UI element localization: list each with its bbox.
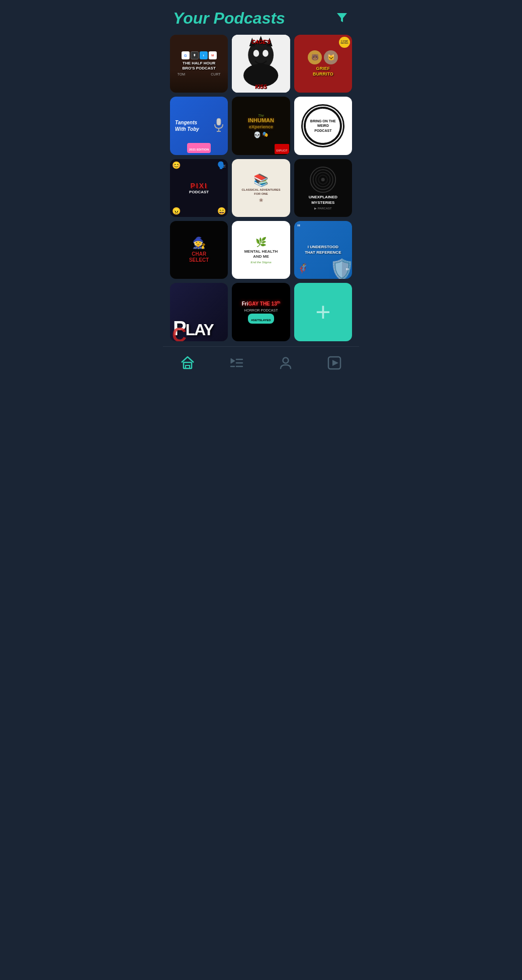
svg-point-17 [321,178,325,181]
podcast-card-bring-on-the-weird[interactable]: BRING ON THEWEIRDPODCAST [294,97,352,155]
podcast-card-cages-kiss[interactable]: CAGE'S KISS [232,35,290,93]
podcast-card-pixi[interactable]: 😊 🗣️ 😠 😄 PIXI PODCAST [170,159,228,217]
podcast-card-mental-health[interactable]: 🌿 MENTAL HEALTHAND ME End the Stigma [232,221,290,279]
podcast-card-play[interactable]: PLAY C [170,283,228,341]
svg-marker-0 [337,13,347,22]
svg-point-7 [253,50,259,57]
podcast-card-grief-burrito[interactable]: 5 STARRATING 🐻 🐱 GRIEFBURRITO [294,35,352,93]
svg-point-25 [283,357,288,363]
podcast-grid: G 🎙 t M THE HALF HOURBRO'S PODCAST TOM C… [170,35,352,341]
page-header: Your Podcasts [163,0,359,35]
profile-icon [278,355,293,370]
nav-queue[interactable] [224,353,249,373]
podcast-card-unexplained-mysteries[interactable]: UNEXPLAINEDMYSTERIES ▶ PARCAST [294,159,352,217]
nav-home[interactable] [175,353,200,373]
player-icon [327,355,342,370]
svg-point-12 [305,108,341,144]
svg-marker-20 [231,358,235,363]
nav-player[interactable] [322,353,347,373]
page-title: Your Podcasts [173,9,285,28]
podcast-card-frigay-13th[interactable]: FriGAY THE 13th HORROR PODCAST #GETSLAYE… [232,283,290,341]
svg-rect-19 [186,365,190,368]
queue-icon [229,355,244,370]
svg-point-8 [263,50,269,57]
filter-button[interactable] [335,10,349,27]
add-podcast-button[interactable]: + [294,283,352,341]
home-icon [180,355,195,370]
svg-marker-27 [332,360,338,366]
nav-profile[interactable] [273,353,298,373]
svg-rect-9 [217,118,221,125]
podcast-card-half-hour-bros[interactable]: G 🎙 t M THE HALF HOURBRO'S PODCAST TOM C… [170,35,228,93]
bottom-navigation [163,346,359,381]
podcast-card-inhuman-experience[interactable]: The INHUMANeXperience 💀 🎭 EXPLICIT [232,97,290,155]
podcast-card-classical-adventures[interactable]: 📚 CLASSICAL ADVENTURESFOR ONE ❀ [232,159,290,217]
podcast-grid-container: G 🎙 t M THE HALF HOURBRO'S PODCAST TOM C… [163,35,359,346]
podcast-card-understood-that-reference[interactable]: 🛡️ " " I UNDERSTOODTHAT REFERENCE 🦸 [294,221,352,279]
podcast-card-tangents-with-toby[interactable]: TangentsWith Toby 2021 EDITION [170,97,228,155]
podcast-card-char-select[interactable]: 🧙 CHARSELECT [170,221,228,279]
